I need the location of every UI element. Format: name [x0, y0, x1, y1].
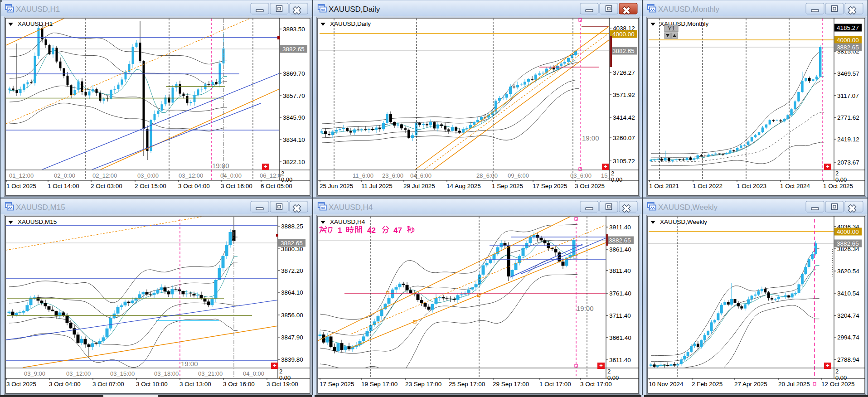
- svg-text:3822.10: 3822.10: [283, 159, 305, 165]
- svg-text:3869.70: 3869.70: [283, 70, 305, 77]
- svg-text:29 Jul 2025: 29 Jul 2025: [403, 183, 435, 189]
- svg-text:+: +: [599, 362, 603, 369]
- svg-text:27 Apr 2025: 27 Apr 2025: [734, 381, 767, 387]
- svg-text:3845.90: 3845.90: [283, 114, 305, 121]
- svg-text:1 Oct 2023: 1 Oct 2023: [737, 183, 766, 189]
- svg-text:4000.00: 4000.00: [612, 31, 635, 38]
- svg-text:3811.40: 3811.40: [609, 267, 631, 274]
- svg-text:17 Sep 2025: 17 Sep 2025: [533, 183, 567, 189]
- svg-text:3 Oct 16:00: 3 Oct 16:00: [221, 183, 252, 189]
- svg-text:2: 2: [607, 368, 611, 375]
- svg-text:Y1: Y1: [668, 25, 675, 32]
- svg-text:6 Oct 05:00: 6 Oct 05:00: [261, 183, 292, 189]
- svg-text:25 Jun 2025: 25 Jun 2025: [320, 183, 353, 189]
- svg-text:3117.07: 3117.07: [837, 92, 859, 99]
- svg-text:3711.40: 3711.40: [609, 312, 631, 319]
- svg-text:XAUUSD,H4: XAUUSD,H4: [329, 203, 373, 212]
- svg-text:3857.70: 3857.70: [283, 92, 305, 99]
- svg-text:3 Oct 16:00: 3 Oct 16:00: [223, 381, 255, 387]
- svg-text:+: +: [273, 362, 276, 369]
- svg-text:3105.72: 3105.72: [613, 158, 635, 165]
- svg-text:28_6:00: 28_6:00: [476, 172, 498, 179]
- svg-text:3 Oct 04:00: 3 Oct 04:00: [49, 381, 81, 387]
- svg-text:3 Oct 10:00: 3 Oct 10:00: [136, 381, 168, 387]
- svg-text:3414.42: 3414.42: [613, 114, 635, 121]
- svg-text:3620.54: 3620.54: [837, 268, 859, 275]
- svg-text:03_12:00: 03_12:00: [179, 172, 203, 179]
- svg-text:XAUUSD,M15: XAUUSD,M15: [16, 203, 65, 212]
- svg-text:3882.65: 3882.65: [837, 44, 859, 51]
- svg-text:02_12:00: 02_12:00: [92, 172, 117, 179]
- svg-text:1 Oct 2021: 1 Oct 2021: [649, 183, 679, 189]
- svg-text:+: +: [826, 163, 829, 170]
- svg-text:3856.00: 3856.00: [281, 312, 303, 319]
- svg-text:19:00: 19:00: [582, 134, 599, 142]
- svg-text:1 Oct 2022: 1 Oct 2022: [693, 183, 723, 189]
- svg-text:4000.00: 4000.00: [837, 37, 859, 44]
- svg-text:3834.10: 3834.10: [283, 136, 305, 143]
- svg-text:2073.67: 2073.67: [837, 159, 859, 166]
- svg-text:06_12:0: 06_12:0: [260, 172, 281, 179]
- svg-text:2788.94: 2788.94: [837, 356, 859, 363]
- svg-text:3410.54: 3410.54: [837, 290, 859, 297]
- svg-text:02_0:00: 02_0:00: [54, 172, 75, 179]
- svg-text:3 Oct 17:00: 3 Oct 17:00: [580, 381, 612, 387]
- svg-text:XAUUSD,H1: XAUUSD,H1: [16, 5, 60, 14]
- svg-text:XAUUSD,Monthly: XAUUSD,Monthly: [658, 5, 720, 14]
- svg-text:1: 1: [338, 226, 342, 235]
- svg-text:3882.65: 3882.65: [612, 48, 635, 54]
- svg-text:XAUUSD,Weekly: XAUUSD,Weekly: [660, 218, 707, 225]
- svg-text:2: 2: [611, 170, 614, 177]
- svg-text:XAUUSD,H4: XAUUSD,H4: [330, 218, 365, 225]
- svg-text:+: +: [826, 362, 829, 369]
- svg-text:19 Sep 17:00: 19 Sep 17:00: [361, 381, 398, 387]
- svg-text:3864.10: 3864.10: [281, 289, 303, 296]
- svg-text:25 Sep 17:00: 25 Sep 17:00: [449, 381, 485, 387]
- svg-text:14 Aug 2025: 14 Aug 2025: [446, 183, 481, 189]
- svg-text:0.00: 0.00: [279, 374, 291, 381]
- svg-text:3761.40: 3761.40: [609, 290, 631, 297]
- svg-text:17 Sep 2025: 17 Sep 2025: [320, 381, 354, 387]
- svg-text:3571.92: 3571.92: [613, 92, 635, 98]
- svg-text:0.00: 0.00: [835, 374, 847, 381]
- svg-text:23 Sep 17:00: 23 Sep 17:00: [405, 381, 441, 387]
- svg-text:1 Oct 14:00: 1 Oct 14:00: [48, 183, 79, 189]
- svg-text:3882.65: 3882.65: [837, 240, 859, 247]
- svg-text:XAUUSD,M15: XAUUSD,M15: [18, 218, 57, 225]
- svg-text:3888.25: 3888.25: [281, 223, 303, 230]
- svg-text:1 Sep 2025: 1 Sep 2025: [492, 183, 523, 189]
- svg-text:3882.65: 3882.65: [281, 240, 303, 247]
- svg-text:04_0:00: 04_0:00: [243, 370, 264, 377]
- svg-text:3204.74: 3204.74: [837, 312, 859, 319]
- svg-text:0.00: 0.00: [611, 176, 622, 183]
- svg-text:1 Oct 2024: 1 Oct 2024: [780, 183, 810, 189]
- svg-text:04_0:00: 04_0:00: [220, 172, 242, 179]
- svg-text:3 Oct 04:00: 3 Oct 04:00: [178, 183, 210, 189]
- svg-text:1 Oct 17:00: 1 Oct 17:00: [539, 381, 571, 387]
- svg-text:01_12:00: 01_12:00: [9, 172, 34, 179]
- svg-text:XAUUSD,H1: XAUUSD,H1: [18, 20, 53, 27]
- svg-text:10 Nov 2024: 10 Nov 2024: [649, 381, 684, 387]
- svg-text:3 Oct 13:00: 3 Oct 13:00: [179, 381, 211, 387]
- svg-text:42: 42: [367, 226, 376, 235]
- svg-text:1 Oct 2025: 1 Oct 2025: [6, 183, 36, 189]
- svg-text:2 Feb 2025: 2 Feb 2025: [692, 381, 723, 387]
- svg-text:15_: 15_: [601, 172, 611, 179]
- svg-text:20 Jul 2025: 20 Jul 2025: [778, 381, 810, 387]
- svg-text:19:00: 19:00: [212, 162, 229, 169]
- svg-text:03_0:00: 03_0:00: [137, 172, 159, 179]
- svg-text:23_6:00: 23_6:00: [382, 172, 403, 179]
- svg-text:11_6:00: 11_6:00: [353, 172, 373, 179]
- svg-text:3847.90: 3847.90: [281, 334, 303, 341]
- svg-text:03_15:00: 03_15:00: [110, 370, 135, 377]
- svg-text:3882.65: 3882.65: [609, 237, 631, 244]
- svg-text:19:00: 19:00: [181, 360, 198, 368]
- svg-text:2: 2: [279, 368, 282, 375]
- svg-text:3 Oct 07:00: 3 Oct 07:00: [92, 381, 124, 387]
- svg-text:29 Sep 17:00: 29 Sep 17:00: [493, 381, 529, 387]
- svg-text:3726.27: 3726.27: [613, 69, 635, 76]
- svg-text:2: 2: [281, 170, 284, 177]
- svg-text:3882.65: 3882.65: [282, 46, 305, 53]
- svg-text:3 Oct 19:00: 3 Oct 19:00: [267, 381, 298, 387]
- svg-text:3872.20: 3872.20: [281, 267, 303, 274]
